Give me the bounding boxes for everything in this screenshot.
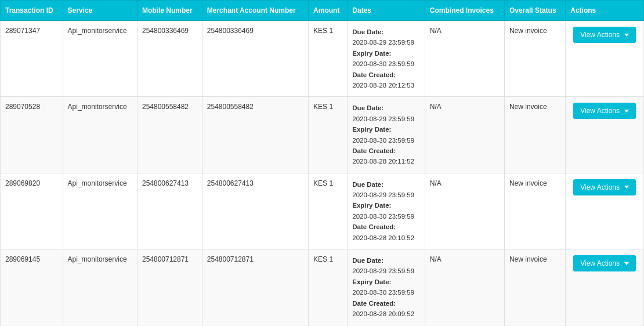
cell-service: Api_monitorservice <box>63 249 137 325</box>
view-actions-button[interactable]: View Actions <box>573 179 636 195</box>
dropdown-arrow-icon <box>624 34 629 37</box>
cell-combined-invoices: N/A <box>425 173 504 249</box>
cell-actions: View Actions <box>566 173 644 249</box>
cell-mobile-number: 254800558482 <box>137 97 202 173</box>
due-date: Due Date: 2020-08-29 23:59:59 <box>352 103 420 124</box>
dropdown-arrow-icon <box>624 110 629 113</box>
cell-merchant-account: 254800712871 <box>202 249 308 325</box>
date-created: Date Created: 2020-08-28 20:11:52 <box>352 146 420 167</box>
cell-merchant-account: 254800336469 <box>202 21 308 97</box>
cell-overall-status: New invoice <box>504 249 565 325</box>
cell-transaction-id: 289070528 <box>1 97 63 173</box>
cell-transaction-id: 289069820 <box>1 173 63 249</box>
cell-overall-status: New invoice <box>504 21 565 97</box>
cell-amount: KES 1 <box>309 21 348 97</box>
due-date: Due Date: 2020-08-29 23:59:59 <box>352 179 420 201</box>
view-actions-button[interactable]: View Actions <box>573 27 636 43</box>
date-created: Date Created: 2020-08-28 20:10:52 <box>352 222 420 243</box>
col-header-combined-invoices: Combined Invoices <box>425 1 504 21</box>
cell-combined-invoices: N/A <box>425 249 504 325</box>
dropdown-arrow-icon <box>624 186 629 189</box>
table-row: 289069820 Api_monitorservice 25480062741… <box>1 173 644 249</box>
cell-amount: KES 1 <box>309 173 348 249</box>
view-actions-button[interactable]: View Actions <box>573 103 636 119</box>
due-date: Due Date: 2020-08-29 23:59:59 <box>352 27 420 48</box>
col-header-transaction-id: Transaction ID <box>1 1 63 21</box>
cell-actions: View Actions <box>566 97 644 173</box>
expiry-date: Expiry Date: 2020-08-30 23:59:59 <box>352 277 420 298</box>
date-created: Date Created: 2020-08-28 20:09:52 <box>352 298 420 320</box>
cell-mobile-number: 254800627413 <box>137 173 202 249</box>
cell-service: Api_monitorservice <box>63 173 137 249</box>
cell-dates: Due Date: 2020-08-29 23:59:59 Expiry Dat… <box>348 97 425 173</box>
cell-dates: Due Date: 2020-08-29 23:59:59 Expiry Dat… <box>348 173 425 249</box>
cell-overall-status: New invoice <box>504 97 565 173</box>
view-actions-button[interactable]: View Actions <box>573 255 636 271</box>
cell-actions: View Actions <box>566 21 644 97</box>
table-row: 289069145 Api_monitorservice 25480071287… <box>1 249 644 325</box>
col-header-merchant-account: Merchant Account Number <box>202 1 308 21</box>
date-created: Date Created: 2020-08-28 20:12:53 <box>352 70 420 91</box>
col-header-overall-status: Overall Status <box>504 1 565 21</box>
cell-combined-invoices: N/A <box>425 97 504 173</box>
dropdown-arrow-icon <box>624 262 629 265</box>
col-header-amount: Amount <box>309 1 348 21</box>
cell-dates: Due Date: 2020-08-29 23:59:59 Expiry Dat… <box>348 249 425 325</box>
col-header-actions: Actions <box>566 1 644 21</box>
col-header-service: Service <box>63 1 137 21</box>
due-date: Due Date: 2020-08-29 23:59:59 <box>352 255 420 277</box>
col-header-mobile-number: Mobile Number <box>137 1 202 21</box>
table-row: 289070528 Api_monitorservice 25480055848… <box>1 97 644 173</box>
cell-actions: View Actions <box>566 249 644 325</box>
cell-mobile-number: 254800712871 <box>137 249 202 325</box>
cell-mobile-number: 254800336469 <box>137 21 202 97</box>
table-row: 289071347 Api_monitorservice 25480033646… <box>1 21 644 97</box>
expiry-date: Expiry Date: 2020-08-30 23:59:59 <box>352 200 420 222</box>
expiry-date: Expiry Date: 2020-08-30 23:59:59 <box>352 48 420 70</box>
cell-merchant-account: 254800558482 <box>202 97 308 173</box>
expiry-date: Expiry Date: 2020-08-30 23:59:59 <box>352 124 420 146</box>
cell-merchant-account: 254800627413 <box>202 173 308 249</box>
cell-service: Api_monitorservice <box>63 97 137 173</box>
cell-dates: Due Date: 2020-08-29 23:59:59 Expiry Dat… <box>348 21 425 97</box>
cell-transaction-id: 289071347 <box>1 21 63 97</box>
transactions-table: Transaction ID Service Mobile Number Mer… <box>0 0 644 326</box>
cell-transaction-id: 289069145 <box>1 249 63 325</box>
cell-amount: KES 1 <box>309 249 348 325</box>
table-body: 289071347 Api_monitorservice 25480033646… <box>1 21 644 327</box>
cell-service: Api_monitorservice <box>63 21 137 97</box>
table-header: Transaction ID Service Mobile Number Mer… <box>1 1 644 21</box>
cell-amount: KES 1 <box>309 97 348 173</box>
col-header-dates: Dates <box>348 1 425 21</box>
cell-combined-invoices: N/A <box>425 21 504 97</box>
cell-overall-status: New invoice <box>504 173 565 249</box>
